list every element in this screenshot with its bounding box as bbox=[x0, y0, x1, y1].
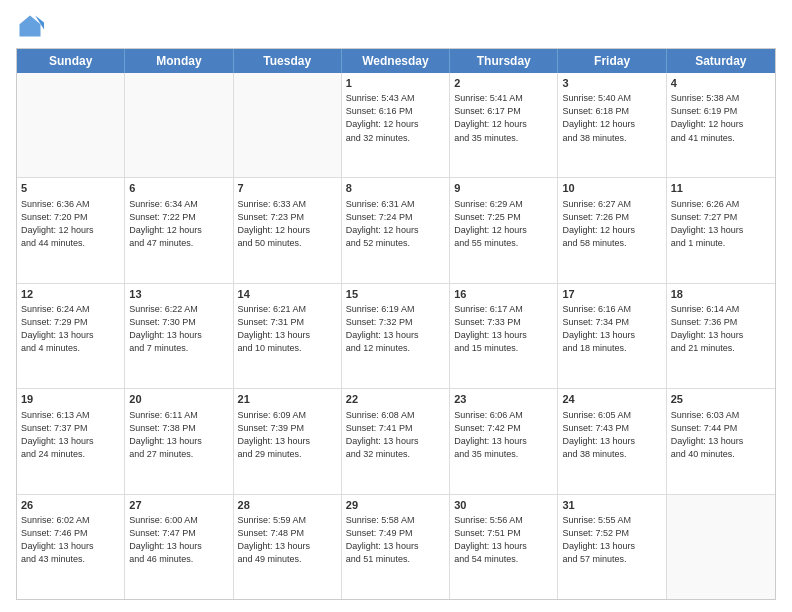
calendar-cell: 31Sunrise: 5:55 AM Sunset: 7:52 PM Dayli… bbox=[558, 495, 666, 599]
calendar-cell bbox=[17, 73, 125, 177]
calendar-cell: 17Sunrise: 6:16 AM Sunset: 7:34 PM Dayli… bbox=[558, 284, 666, 388]
calendar-cell: 21Sunrise: 6:09 AM Sunset: 7:39 PM Dayli… bbox=[234, 389, 342, 493]
calendar-cell: 24Sunrise: 6:05 AM Sunset: 7:43 PM Dayli… bbox=[558, 389, 666, 493]
cell-info: Sunrise: 6:11 AM Sunset: 7:38 PM Dayligh… bbox=[129, 409, 228, 461]
day-number: 19 bbox=[21, 392, 120, 407]
day-number: 31 bbox=[562, 498, 661, 513]
cell-info: Sunrise: 6:16 AM Sunset: 7:34 PM Dayligh… bbox=[562, 303, 661, 355]
calendar-cell: 25Sunrise: 6:03 AM Sunset: 7:44 PM Dayli… bbox=[667, 389, 775, 493]
cell-info: Sunrise: 6:00 AM Sunset: 7:47 PM Dayligh… bbox=[129, 514, 228, 566]
cell-info: Sunrise: 5:40 AM Sunset: 6:18 PM Dayligh… bbox=[562, 92, 661, 144]
day-number: 3 bbox=[562, 76, 661, 91]
cell-info: Sunrise: 5:38 AM Sunset: 6:19 PM Dayligh… bbox=[671, 92, 771, 144]
day-number: 13 bbox=[129, 287, 228, 302]
day-number: 7 bbox=[238, 181, 337, 196]
day-number: 2 bbox=[454, 76, 553, 91]
day-number: 11 bbox=[671, 181, 771, 196]
calendar-cell: 2Sunrise: 5:41 AM Sunset: 6:17 PM Daylig… bbox=[450, 73, 558, 177]
day-number: 28 bbox=[238, 498, 337, 513]
cell-info: Sunrise: 6:02 AM Sunset: 7:46 PM Dayligh… bbox=[21, 514, 120, 566]
calendar-cell: 3Sunrise: 5:40 AM Sunset: 6:18 PM Daylig… bbox=[558, 73, 666, 177]
cell-info: Sunrise: 5:59 AM Sunset: 7:48 PM Dayligh… bbox=[238, 514, 337, 566]
day-number: 5 bbox=[21, 181, 120, 196]
calendar-cell: 5Sunrise: 6:36 AM Sunset: 7:20 PM Daylig… bbox=[17, 178, 125, 282]
day-number: 23 bbox=[454, 392, 553, 407]
cell-info: Sunrise: 6:31 AM Sunset: 7:24 PM Dayligh… bbox=[346, 198, 445, 250]
calendar-cell: 16Sunrise: 6:17 AM Sunset: 7:33 PM Dayli… bbox=[450, 284, 558, 388]
cell-info: Sunrise: 6:05 AM Sunset: 7:43 PM Dayligh… bbox=[562, 409, 661, 461]
cell-info: Sunrise: 5:43 AM Sunset: 6:16 PM Dayligh… bbox=[346, 92, 445, 144]
cell-info: Sunrise: 6:34 AM Sunset: 7:22 PM Dayligh… bbox=[129, 198, 228, 250]
calendar-cell: 19Sunrise: 6:13 AM Sunset: 7:37 PM Dayli… bbox=[17, 389, 125, 493]
calendar-cell bbox=[667, 495, 775, 599]
calendar-row: 26Sunrise: 6:02 AM Sunset: 7:46 PM Dayli… bbox=[17, 495, 775, 599]
cell-info: Sunrise: 5:56 AM Sunset: 7:51 PM Dayligh… bbox=[454, 514, 553, 566]
cell-info: Sunrise: 6:06 AM Sunset: 7:42 PM Dayligh… bbox=[454, 409, 553, 461]
cell-info: Sunrise: 6:27 AM Sunset: 7:26 PM Dayligh… bbox=[562, 198, 661, 250]
cell-info: Sunrise: 6:26 AM Sunset: 7:27 PM Dayligh… bbox=[671, 198, 771, 250]
calendar-cell: 10Sunrise: 6:27 AM Sunset: 7:26 PM Dayli… bbox=[558, 178, 666, 282]
weekday-header: Saturday bbox=[667, 49, 775, 73]
day-number: 12 bbox=[21, 287, 120, 302]
day-number: 4 bbox=[671, 76, 771, 91]
calendar-cell: 22Sunrise: 6:08 AM Sunset: 7:41 PM Dayli… bbox=[342, 389, 450, 493]
calendar-cell: 9Sunrise: 6:29 AM Sunset: 7:25 PM Daylig… bbox=[450, 178, 558, 282]
cell-info: Sunrise: 6:17 AM Sunset: 7:33 PM Dayligh… bbox=[454, 303, 553, 355]
calendar-row: 1Sunrise: 5:43 AM Sunset: 6:16 PM Daylig… bbox=[17, 73, 775, 178]
day-number: 16 bbox=[454, 287, 553, 302]
calendar-cell: 20Sunrise: 6:11 AM Sunset: 7:38 PM Dayli… bbox=[125, 389, 233, 493]
cell-info: Sunrise: 6:13 AM Sunset: 7:37 PM Dayligh… bbox=[21, 409, 120, 461]
cell-info: Sunrise: 6:21 AM Sunset: 7:31 PM Dayligh… bbox=[238, 303, 337, 355]
calendar-cell: 8Sunrise: 6:31 AM Sunset: 7:24 PM Daylig… bbox=[342, 178, 450, 282]
day-number: 15 bbox=[346, 287, 445, 302]
day-number: 20 bbox=[129, 392, 228, 407]
calendar-cell: 6Sunrise: 6:34 AM Sunset: 7:22 PM Daylig… bbox=[125, 178, 233, 282]
calendar-row: 5Sunrise: 6:36 AM Sunset: 7:20 PM Daylig… bbox=[17, 178, 775, 283]
weekday-header: Sunday bbox=[17, 49, 125, 73]
calendar-row: 19Sunrise: 6:13 AM Sunset: 7:37 PM Dayli… bbox=[17, 389, 775, 494]
day-number: 17 bbox=[562, 287, 661, 302]
weekday-header: Wednesday bbox=[342, 49, 450, 73]
day-number: 6 bbox=[129, 181, 228, 196]
cell-info: Sunrise: 6:03 AM Sunset: 7:44 PM Dayligh… bbox=[671, 409, 771, 461]
day-number: 30 bbox=[454, 498, 553, 513]
day-number: 10 bbox=[562, 181, 661, 196]
day-number: 29 bbox=[346, 498, 445, 513]
calendar-cell: 29Sunrise: 5:58 AM Sunset: 7:49 PM Dayli… bbox=[342, 495, 450, 599]
weekday-header: Tuesday bbox=[234, 49, 342, 73]
calendar-cell: 1Sunrise: 5:43 AM Sunset: 6:16 PM Daylig… bbox=[342, 73, 450, 177]
day-number: 1 bbox=[346, 76, 445, 91]
day-number: 22 bbox=[346, 392, 445, 407]
page: SundayMondayTuesdayWednesdayThursdayFrid… bbox=[0, 0, 792, 612]
calendar-cell: 28Sunrise: 5:59 AM Sunset: 7:48 PM Dayli… bbox=[234, 495, 342, 599]
calendar-cell: 27Sunrise: 6:00 AM Sunset: 7:47 PM Dayli… bbox=[125, 495, 233, 599]
calendar-header: SundayMondayTuesdayWednesdayThursdayFrid… bbox=[17, 49, 775, 73]
calendar: SundayMondayTuesdayWednesdayThursdayFrid… bbox=[16, 48, 776, 600]
calendar-cell: 15Sunrise: 6:19 AM Sunset: 7:32 PM Dayli… bbox=[342, 284, 450, 388]
cell-info: Sunrise: 6:24 AM Sunset: 7:29 PM Dayligh… bbox=[21, 303, 120, 355]
cell-info: Sunrise: 6:22 AM Sunset: 7:30 PM Dayligh… bbox=[129, 303, 228, 355]
calendar-cell: 7Sunrise: 6:33 AM Sunset: 7:23 PM Daylig… bbox=[234, 178, 342, 282]
day-number: 14 bbox=[238, 287, 337, 302]
day-number: 25 bbox=[671, 392, 771, 407]
cell-info: Sunrise: 6:08 AM Sunset: 7:41 PM Dayligh… bbox=[346, 409, 445, 461]
calendar-body: 1Sunrise: 5:43 AM Sunset: 6:16 PM Daylig… bbox=[17, 73, 775, 599]
calendar-cell: 13Sunrise: 6:22 AM Sunset: 7:30 PM Dayli… bbox=[125, 284, 233, 388]
day-number: 18 bbox=[671, 287, 771, 302]
cell-info: Sunrise: 6:14 AM Sunset: 7:36 PM Dayligh… bbox=[671, 303, 771, 355]
day-number: 26 bbox=[21, 498, 120, 513]
calendar-cell: 18Sunrise: 6:14 AM Sunset: 7:36 PM Dayli… bbox=[667, 284, 775, 388]
day-number: 21 bbox=[238, 392, 337, 407]
day-number: 9 bbox=[454, 181, 553, 196]
calendar-cell bbox=[234, 73, 342, 177]
cell-info: Sunrise: 5:55 AM Sunset: 7:52 PM Dayligh… bbox=[562, 514, 661, 566]
logo bbox=[16, 12, 48, 40]
weekday-header: Friday bbox=[558, 49, 666, 73]
calendar-cell: 11Sunrise: 6:26 AM Sunset: 7:27 PM Dayli… bbox=[667, 178, 775, 282]
cell-info: Sunrise: 5:41 AM Sunset: 6:17 PM Dayligh… bbox=[454, 92, 553, 144]
calendar-cell: 30Sunrise: 5:56 AM Sunset: 7:51 PM Dayli… bbox=[450, 495, 558, 599]
calendar-cell: 4Sunrise: 5:38 AM Sunset: 6:19 PM Daylig… bbox=[667, 73, 775, 177]
cell-info: Sunrise: 6:33 AM Sunset: 7:23 PM Dayligh… bbox=[238, 198, 337, 250]
calendar-cell bbox=[125, 73, 233, 177]
calendar-row: 12Sunrise: 6:24 AM Sunset: 7:29 PM Dayli… bbox=[17, 284, 775, 389]
